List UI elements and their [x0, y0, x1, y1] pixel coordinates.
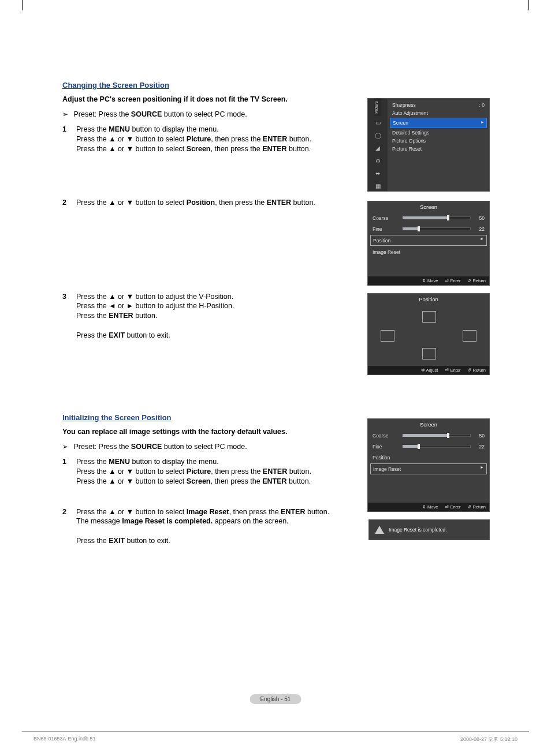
footer-adjust: ✥ Adjust — [421, 368, 438, 373]
footer-enter: ⏎ Enter — [445, 504, 460, 510]
setup-icon: ⚙ — [374, 158, 382, 164]
preset-arrow-icon: ➢ — [62, 110, 68, 118]
osd-tab-picture: Picture — [374, 99, 381, 116]
manual-content: Changing the Screen Position Adjust the … — [62, 81, 490, 549]
page-number-badge: English - 51 — [250, 694, 301, 704]
footer-return: ↺ Return — [467, 368, 486, 373]
position-left-icon — [381, 330, 394, 342]
osd-row-fine: Fine 22 — [368, 223, 489, 234]
osd-picture-menu: Picture ▭ ◯ ◢ ⚙ ⬌ ▦ Sharpness: 0 Auto Ad… — [367, 98, 490, 192]
osd-item-auto-adjust: Auto Adjustment — [391, 109, 486, 117]
osd-row-coarse: Coarse 50 — [368, 430, 489, 441]
sound-icon: ◯ — [374, 132, 382, 139]
osd-row-fine: Fine 22 — [368, 441, 489, 452]
osd-item-sharpness: Sharpness: 0 — [391, 101, 486, 109]
app-icon: ▦ — [374, 183, 382, 190]
section1-heading: Changing the Screen Position — [62, 81, 490, 89]
position-right-icon — [463, 330, 476, 342]
osd-item-detailed: Detailed Settings — [391, 129, 486, 137]
osd-screen-menu-2: Screen Coarse 50 Fine 22 Position Image … — [367, 418, 490, 512]
osd-item-screen-selected: Screen — [390, 118, 487, 128]
osd-item-picture-reset: Picture Reset — [391, 145, 486, 153]
footer-return: ↺ Return — [467, 504, 486, 510]
tv-icon: ▭ — [374, 119, 382, 126]
position-down-icon — [422, 348, 436, 360]
warning-icon — [375, 526, 384, 534]
preset-arrow-icon: ➢ — [62, 443, 68, 451]
footer-date: 2008-08-27 오후 5:12:10 — [460, 736, 518, 743]
footer-move: ⇕ Move — [422, 278, 438, 283]
input-icon: ⬌ — [374, 170, 382, 177]
osd-screen-menu-1: Screen Coarse 50 Fine 22 Position Image … — [367, 201, 490, 286]
osd-message-box: Image Reset is completed. — [368, 519, 490, 540]
channel-icon: ◢ — [374, 145, 382, 152]
osd-row-coarse: Coarse 50 — [368, 212, 489, 223]
footer-enter: ⏎ Enter — [445, 278, 460, 283]
footer-file: BN68-01653A-Eng.indb 51 — [33, 736, 96, 743]
osd-row-position-highlight: Position — [370, 235, 487, 246]
footer-move: ⇕ Move — [422, 504, 438, 510]
footer-enter: ⏎ Enter — [445, 368, 460, 373]
osd-position-adjust: Position ✥ Adjust ⏎ Enter ↺ Return — [367, 293, 490, 375]
footer-return: ↺ Return — [467, 278, 486, 283]
osd-item-options: Picture Options — [391, 137, 486, 145]
osd-row-position: Position — [368, 452, 489, 463]
osd-row-image-reset: Image Reset — [368, 246, 489, 257]
osd-row-image-reset-highlight: Image Reset — [370, 463, 487, 474]
position-up-icon — [422, 311, 436, 323]
